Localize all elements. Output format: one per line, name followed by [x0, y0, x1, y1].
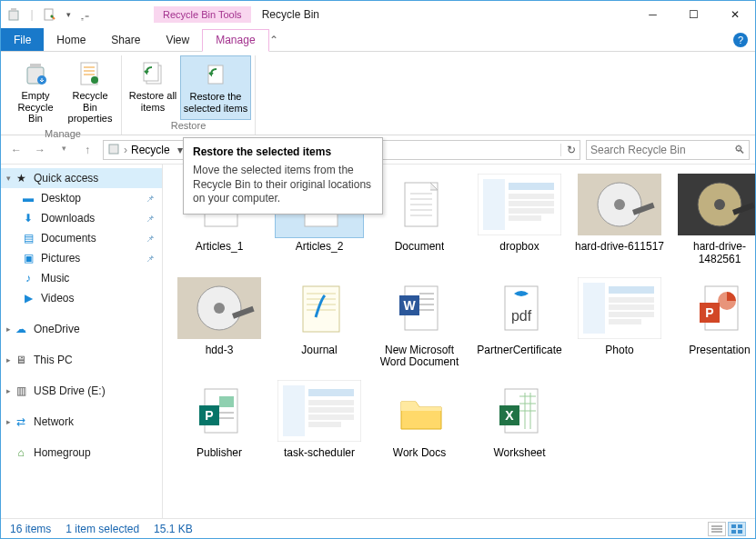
svg-rect-42	[509, 215, 541, 221]
empty-recycle-bin-button[interactable]: Empty Recycle Bin	[8, 55, 63, 128]
file-item[interactable]: task-scheduler	[272, 378, 367, 460]
recycle-bin-icon[interactable]	[6, 7, 21, 22]
tab-share[interactable]: Share	[98, 28, 153, 51]
status-selection: 1 item selected	[66, 523, 139, 535]
file-thumbnail: P	[176, 378, 263, 444]
restore-selected-label: Restore the selected items	[183, 91, 248, 114]
breadcrumb[interactable]: Recycle	[131, 144, 170, 156]
file-item[interactable]: WNew Microsoft Word Document	[372, 275, 467, 370]
recycle-bin-properties-button[interactable]: Recycle Bin properties	[63, 55, 117, 128]
file-item[interactable]: XWorksheet	[472, 378, 567, 460]
file-thumbnail: P	[676, 275, 755, 341]
help-icon[interactable]: ?	[733, 33, 748, 47]
sidebar-downloads[interactable]: ⬇Downloads📌︎	[1, 208, 162, 228]
sidebar-quick-access[interactable]: ▾★Quick access	[1, 168, 162, 188]
file-name: dropbox	[499, 241, 539, 254]
sidebar-network[interactable]: ▸⇄Network	[1, 412, 162, 432]
svg-point-11	[91, 76, 98, 84]
status-item-count: 16 items	[10, 523, 51, 535]
refresh-icon[interactable]: ↻	[560, 144, 576, 156]
file-item[interactable]: PPublisher	[172, 378, 267, 460]
file-item[interactable]: hdd-3	[172, 275, 267, 370]
file-name: hard-drive-1482561	[672, 241, 755, 266]
file-name: Presentation	[689, 344, 750, 357]
nav-history-dropdown[interactable]: ▾	[54, 144, 74, 156]
file-thumbnail	[576, 172, 663, 237]
tab-file[interactable]: File	[1, 28, 44, 51]
trash-icon	[21, 59, 50, 88]
minimize-button[interactable]: ─	[632, 2, 673, 27]
nav-back-button[interactable]: ←	[6, 144, 26, 156]
restore-selected-button[interactable]: Restore the selected items	[180, 55, 251, 120]
view-details-button[interactable]	[708, 522, 726, 536]
svg-rect-107	[738, 530, 742, 534]
sidebar-homegroup[interactable]: ⌂Homegroup	[1, 443, 162, 463]
sidebar-videos[interactable]: ▶Videos	[1, 288, 162, 308]
tab-manage[interactable]: Manage	[202, 29, 268, 52]
group-label-restore: Restore	[171, 120, 207, 133]
nav-up-button[interactable]: ↑	[77, 144, 97, 156]
file-item[interactable]: pdfPartnerCertificate	[472, 275, 567, 370]
svg-rect-37	[483, 179, 505, 230]
close-button[interactable]: ✕	[714, 2, 755, 27]
downloads-icon: ⬇	[21, 211, 35, 225]
svg-rect-81	[219, 396, 234, 407]
svg-rect-74	[609, 312, 654, 317]
maximize-button[interactable]: ☐	[673, 2, 714, 27]
properties-icon	[76, 59, 105, 88]
search-box[interactable]: Search Recycle Bin 🔍︎	[586, 140, 750, 160]
file-item[interactable]: Photo	[572, 275, 667, 370]
restore-all-button[interactable]: Restore all items	[126, 55, 180, 120]
file-item[interactable]: hard-drive-1482561	[672, 172, 755, 266]
file-name: Publisher	[197, 447, 242, 460]
svg-rect-87	[283, 385, 305, 436]
svg-text:W: W	[403, 298, 416, 313]
pin-icon: 📌︎	[146, 234, 155, 244]
sidebar-this-pc[interactable]: ▸🖥︎This PC	[1, 350, 162, 370]
status-bar: 16 items 1 item selected 15.1 KB	[1, 518, 755, 538]
pictures-icon: ▣	[21, 251, 35, 265]
tab-home[interactable]: Home	[44, 28, 98, 51]
svg-rect-105	[738, 524, 742, 528]
desktop-icon: ▬	[21, 191, 35, 205]
qat-overflow-icon[interactable]: ͇₌	[79, 7, 94, 22]
file-thumbnail: W	[376, 275, 463, 341]
quick-access-toolbar: | ▾ ͇₌	[1, 7, 99, 22]
file-thumbnail	[676, 172, 755, 237]
file-list[interactable]: WArticles_1WArticles_2Documentdropboxhar…	[163, 165, 755, 518]
qat-properties-icon[interactable]	[43, 7, 57, 22]
file-item[interactable]: Work Docs	[372, 378, 467, 460]
file-name: hard-drive-611517	[575, 241, 664, 254]
status-size: 15.1 KB	[154, 523, 193, 535]
group-label-manage: Manage	[45, 128, 81, 141]
ribbon-collapse-icon[interactable]: ⌃	[269, 34, 278, 46]
sidebar-documents[interactable]: ▤Documents📌︎	[1, 228, 162, 248]
tab-view[interactable]: View	[153, 28, 202, 51]
nav-buttons: ← → ▾ ↑	[6, 144, 97, 156]
view-large-icons-button[interactable]	[728, 522, 746, 536]
qat-dropdown-icon[interactable]: ▾	[61, 7, 76, 22]
sidebar-pictures[interactable]: ▣Pictures📌︎	[1, 248, 162, 268]
file-item[interactable]: dropbox	[472, 172, 567, 266]
file-name: PartnerCertificate	[477, 344, 561, 357]
search-icon[interactable]: 🔍︎	[734, 144, 745, 156]
sidebar-usb-drive[interactable]: ▸▥USB Drive (E:)	[1, 381, 162, 401]
file-item[interactable]: Document	[372, 172, 467, 266]
window-title: Recycle Bin	[262, 8, 319, 21]
file-thumbnail	[276, 378, 363, 444]
file-name: Photo	[605, 344, 633, 357]
homegroup-icon: ⌂	[14, 445, 28, 460]
svg-rect-40	[509, 201, 554, 206]
file-item[interactable]: PPresentation	[672, 275, 755, 370]
sidebar-desktop[interactable]: ▬Desktop📌︎	[1, 188, 162, 208]
this-pc-icon: 🖥︎	[14, 353, 28, 367]
file-item[interactable]: Journal	[272, 275, 367, 370]
sidebar-music[interactable]: ♪Music	[1, 268, 162, 288]
svg-rect-92	[308, 422, 341, 427]
file-thumbnail: pdf	[476, 275, 563, 341]
sidebar-onedrive[interactable]: ▸☁OneDrive	[1, 319, 162, 339]
nav-forward-button[interactable]: →	[30, 144, 50, 156]
file-item[interactable]: hard-drive-611517	[572, 172, 667, 266]
svg-point-53	[214, 303, 225, 314]
file-thumbnail	[176, 275, 263, 341]
